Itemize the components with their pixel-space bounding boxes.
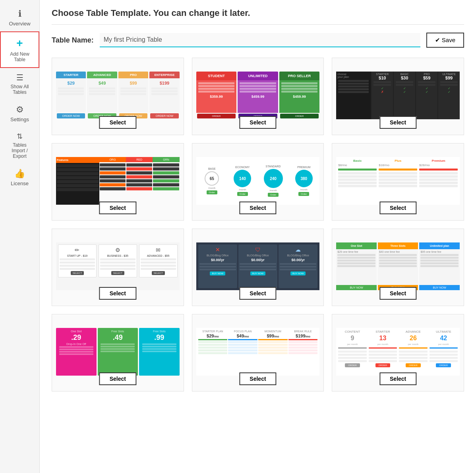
list-icon: ☰ [16,73,23,82]
template-preview-1: STARTER $29 ORDER NOW ADVANCED $49 [56,72,180,119]
template-card-6[interactable]: Basic $8/mo Plus $18/mo [332,143,464,221]
import-export-icon: ⇅ [17,132,23,141]
select-button-12[interactable]: Select [379,372,416,385]
sidebar: ℹ Overview + Add New Table ☰ Show All Ta… [0,0,40,473]
sidebar-item-show-all-tables[interactable]: ☰ Show All Tables [0,68,39,100]
template-card-5[interactable]: BASE 65 /month Order ECONOMY 140 /month … [192,143,324,221]
info-icon: ℹ [18,9,21,19]
select-button-3[interactable]: Select [379,116,416,129]
envelope-icon: ✉ [156,247,161,253]
table-name-label: Table Name: [52,36,94,45]
cloud-icon: ☁ [295,246,301,253]
sidebar-item-label-settings: Settings [10,116,29,122]
select-button-6[interactable]: Select [379,202,416,214]
template-card-8[interactable]: ✕ BLOG/Blog Office $0.00/yr BUY NOW 🛡 BL… [192,229,324,306]
template-card-2[interactable]: STUDENT $359.99 ORDER UNLIMITED [192,58,324,135]
pencil-icon: ✏ [75,247,79,253]
template-card-10[interactable]: One Slot .29 Drop-In One Off Free Slots … [52,314,184,392]
template-grid: STARTER $29 ORDER NOW ADVANCED $49 [52,58,464,392]
template-card-11[interactable]: STARTER PLAN $29/mo FOCUS PLAN $49/mo [192,314,324,392]
sidebar-item-license[interactable]: 👍 License [0,164,39,191]
template-preview-12: CONTENT 9 per month ORDER STARTER 13 per… [336,328,460,376]
main-content: Choose Table Template. You can change it… [40,0,476,473]
cross-circle-icon: ✕ [215,246,220,253]
select-button-4[interactable]: Select [99,202,136,214]
select-button-10[interactable]: Select [99,372,136,385]
table-name-row: Table Name: ✔ Save [52,33,464,48]
template-card-12[interactable]: CONTENT 9 per month ORDER STARTER 13 per… [332,314,464,392]
template-preview-5: BASE 65 /month Order ECONOMY 140 /month … [196,157,320,205]
sidebar-item-overview[interactable]: ℹ Overview [0,4,39,31]
template-preview-6: Basic $8/mo Plus $18/mo [336,157,460,205]
select-button-9[interactable]: Select [379,287,416,300]
sidebar-item-label-show-all: Show All Tables [10,84,29,95]
select-button-7[interactable]: Select [99,287,136,300]
gear-small-icon: ⚙ [115,247,120,253]
template-card-1[interactable]: STARTER $29 ORDER NOW ADVANCED $49 [52,58,184,135]
sidebar-item-label-add-new: Add New Table [10,51,29,62]
sidebar-item-tables-import-export[interactable]: ⇅ Tables Import / Export [0,127,39,164]
template-card-3[interactable]: chooseyour plan STARTER $10 ✓ ✗ BASIC $3… [332,58,464,135]
page-title: Choose Table Template. You can change it… [52,8,464,18]
select-button-8[interactable]: Select [239,287,276,300]
template-preview-3: chooseyour plan STARTER $10 ✓ ✗ BASIC $3… [336,72,460,119]
template-preview-11: STARTER PLAN $29/mo FOCUS PLAN $49/mo [196,328,320,376]
sidebar-item-settings[interactable]: ⚙ Settings [0,100,39,127]
template-preview-9: One Slot $29 one time fee BUY NOW Three … [336,242,460,290]
select-button-11[interactable]: Select [239,372,276,385]
plus-icon: + [16,37,23,50]
sidebar-item-add-new-table[interactable]: + Add New Table [0,31,39,68]
template-card-4[interactable]: Features ORG [52,143,184,221]
select-button-1[interactable]: Select [99,116,136,129]
template-preview-7: ✏ START UP - $19 SELECT ⚙ BUSINESS - $35… [56,242,180,290]
template-card-9[interactable]: One Slot $29 one time fee BUY NOW Three … [332,229,464,306]
template-preview-2: STUDENT $359.99 ORDER UNLIMITED [196,72,320,119]
thumbs-up-icon: 👍 [14,169,25,179]
shield-icon: 🛡 [255,246,261,253]
template-preview-10: One Slot .29 Drop-In One Off Free Slots … [56,328,180,376]
sidebar-item-label-overview: Overview [9,21,30,27]
template-preview-4: Features ORG [56,157,180,205]
template-preview-8: ✕ BLOG/Blog Office $0.00/yr BUY NOW 🛡 BL… [196,242,320,290]
template-card-7[interactable]: ✏ START UP - $19 SELECT ⚙ BUSINESS - $35… [52,229,184,306]
sidebar-item-label-license: License [11,180,29,186]
sidebar-item-label-import-export: Tables Import / Export [12,142,28,159]
table-name-input[interactable] [100,33,420,47]
gear-icon: ⚙ [16,105,24,115]
select-button-5[interactable]: Select [239,202,276,214]
divider [52,24,464,25]
select-button-2[interactable]: Select [239,116,276,129]
save-button[interactable]: ✔ Save [426,33,464,48]
